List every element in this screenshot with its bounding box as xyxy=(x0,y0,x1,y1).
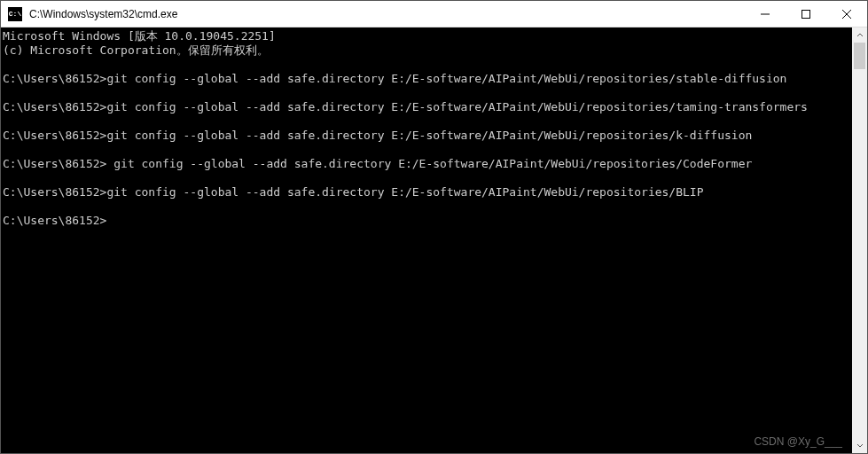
prompt: C:\Users\86152> xyxy=(3,185,106,199)
command-text: git config --global --add safe.directory… xyxy=(106,72,786,85)
minimize-button[interactable] xyxy=(745,1,786,27)
blank-line xyxy=(3,200,850,214)
titlebar[interactable]: C:\ C:\Windows\system32\cmd.exe xyxy=(1,1,867,27)
cmd-icon: C:\ xyxy=(8,7,22,21)
chevron-up-icon xyxy=(856,32,864,39)
command-text: git config --global --add safe.directory… xyxy=(106,129,752,142)
scroll-track[interactable] xyxy=(852,43,867,438)
minimize-icon xyxy=(761,10,770,19)
prompt: C:\Users\86152> xyxy=(3,157,106,170)
cmd-window: C:\ C:\Windows\system32\cmd.exe Microsof… xyxy=(0,0,868,454)
close-icon xyxy=(842,10,851,19)
scrollbar[interactable] xyxy=(852,27,867,453)
chevron-down-icon xyxy=(856,442,864,450)
blank-line xyxy=(3,86,850,100)
prompt: C:\Users\86152> xyxy=(3,72,106,85)
window-controls xyxy=(745,1,867,27)
watermark: CSDN @Xy_G___ xyxy=(754,435,842,448)
prompt: C:\Users\86152> xyxy=(3,100,106,114)
command-line: C:\Users\86152>git config --global --add… xyxy=(3,185,850,200)
command-text: git config --global --add safe.directory… xyxy=(106,100,808,114)
terminal-area: Microsoft Windows [版本 10.0.19045.2251](c… xyxy=(1,27,867,453)
svg-rect-1 xyxy=(802,10,810,18)
command-line: C:\Users\86152>git config --global --add… xyxy=(3,129,850,143)
command-text: git config --global --add safe.directory… xyxy=(106,157,752,170)
blank-line xyxy=(3,171,850,185)
prompt-line: C:\Users\86152> xyxy=(3,214,850,228)
header-line: Microsoft Windows [版本 10.0.19045.2251] xyxy=(3,29,850,43)
header-line: (c) Microsoft Corporation。保留所有权利。 xyxy=(3,43,850,58)
window-title: C:\Windows\system32\cmd.exe xyxy=(27,8,745,20)
scroll-up-button[interactable] xyxy=(852,27,867,43)
maximize-button[interactable] xyxy=(786,1,826,27)
blank-line xyxy=(3,58,850,72)
scroll-down-button[interactable] xyxy=(852,438,867,453)
command-line: C:\Users\86152>git config --global --add… xyxy=(3,72,850,86)
close-button[interactable] xyxy=(826,1,867,27)
terminal[interactable]: Microsoft Windows [版本 10.0.19045.2251](c… xyxy=(1,27,852,453)
scroll-thumb[interactable] xyxy=(854,43,865,69)
maximize-icon xyxy=(802,10,810,19)
command-line: C:\Users\86152>git config --global --add… xyxy=(3,100,850,114)
command-text: git config --global --add safe.directory… xyxy=(106,185,703,199)
prompt: C:\Users\86152> xyxy=(3,129,106,142)
blank-line xyxy=(3,143,850,157)
command-line: C:\Users\86152> git config --global --ad… xyxy=(3,157,850,171)
blank-line xyxy=(3,114,850,129)
